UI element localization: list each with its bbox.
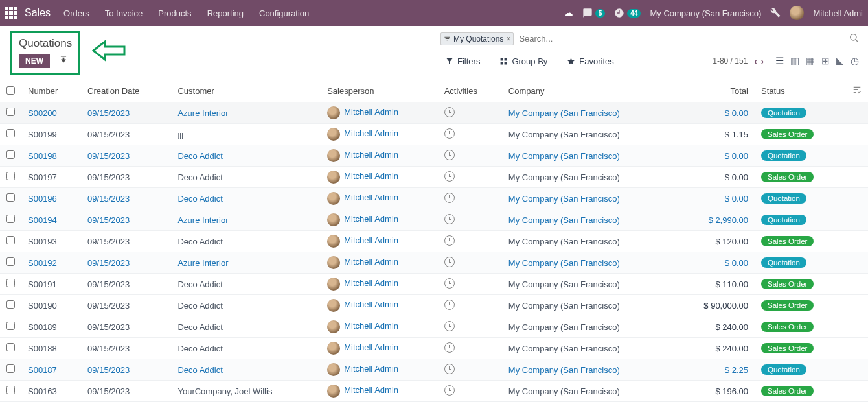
row-customer[interactable]: Deco Addict bbox=[177, 237, 222, 246]
row-company[interactable]: My Company (San Francisco) bbox=[508, 258, 620, 268]
table-row[interactable]: S00198 09/15/2023 Deco Addict Mitchell A… bbox=[0, 145, 868, 167]
row-salesperson[interactable]: Mitchell Admin bbox=[344, 128, 398, 138]
row-company[interactable]: My Company (San Francisco) bbox=[508, 279, 620, 289]
view-activity-icon[interactable]: ◷ bbox=[851, 55, 859, 67]
col-activities[interactable]: Activities bbox=[438, 80, 502, 102]
row-date[interactable]: 09/15/2023 bbox=[87, 344, 130, 353]
row-number[interactable]: S00192 bbox=[28, 258, 57, 268]
filter-chip[interactable]: My Quotations × bbox=[440, 32, 514, 45]
filters-button[interactable]: Filters bbox=[446, 56, 480, 66]
col-status[interactable]: Status bbox=[755, 80, 846, 102]
row-checkbox[interactable] bbox=[6, 172, 15, 180]
clock-icon[interactable] bbox=[444, 364, 455, 374]
row-number[interactable]: S00200 bbox=[28, 108, 57, 118]
table-row[interactable]: S00197 09/15/2023 Deco Addict Mitchell A… bbox=[0, 167, 868, 188]
row-number[interactable]: S00187 bbox=[28, 365, 57, 375]
col-number[interactable]: Number bbox=[21, 80, 81, 102]
row-number[interactable]: S00190 bbox=[28, 301, 57, 311]
row-customer[interactable]: Deco Addict bbox=[177, 365, 222, 375]
row-salesperson[interactable]: Mitchell Admin bbox=[344, 235, 398, 245]
row-company[interactable]: My Company (San Francisco) bbox=[508, 237, 620, 246]
row-checkbox[interactable] bbox=[6, 300, 15, 309]
row-date[interactable]: 09/15/2023 bbox=[87, 108, 130, 118]
row-date[interactable]: 09/15/2023 bbox=[87, 151, 130, 161]
row-number[interactable]: S00194 bbox=[28, 215, 57, 225]
col-customer[interactable]: Customer bbox=[171, 80, 321, 102]
row-checkbox[interactable] bbox=[6, 257, 15, 266]
support-icon[interactable]: ☁ bbox=[564, 7, 573, 19]
table-row[interactable]: S00190 09/15/2023 Deco Addict Mitchell A… bbox=[0, 295, 868, 316]
pager-text[interactable]: 1-80 / 151 bbox=[713, 56, 748, 65]
view-graph-icon[interactable]: ◣ bbox=[836, 55, 844, 67]
nav-configuration[interactable]: Configuration bbox=[259, 8, 309, 18]
row-salesperson[interactable]: Mitchell Admin bbox=[344, 385, 398, 395]
row-checkbox[interactable] bbox=[6, 108, 15, 116]
clock-icon[interactable] bbox=[444, 235, 455, 246]
row-salesperson[interactable]: Mitchell Admin bbox=[344, 107, 398, 117]
table-row[interactable]: S00163 09/15/2023 YourCompany, Joel Will… bbox=[0, 381, 868, 402]
pager-next[interactable]: › bbox=[761, 56, 764, 66]
clock-icon[interactable] bbox=[444, 342, 455, 353]
row-number[interactable]: S00199 bbox=[28, 130, 57, 139]
user-avatar[interactable] bbox=[790, 6, 804, 20]
row-date[interactable]: 09/15/2023 bbox=[87, 130, 130, 139]
nav-to-invoice[interactable]: To Invoice bbox=[105, 8, 143, 18]
row-date[interactable]: 09/15/2023 bbox=[87, 258, 130, 268]
clock-icon[interactable] bbox=[444, 257, 455, 267]
table-row[interactable]: S00192 09/15/2023 Azure Interior Mitchel… bbox=[0, 252, 868, 274]
row-company[interactable]: My Company (San Francisco) bbox=[508, 386, 620, 396]
row-company[interactable]: My Company (San Francisco) bbox=[508, 365, 620, 375]
user-name[interactable]: Mitchell Admi bbox=[813, 8, 863, 18]
table-row[interactable]: S00188 09/15/2023 Deco Addict Mitchell A… bbox=[0, 338, 868, 359]
apps-icon[interactable] bbox=[5, 7, 17, 19]
clock-icon[interactable] bbox=[444, 214, 455, 224]
row-checkbox[interactable] bbox=[6, 215, 15, 223]
row-number[interactable]: S00197 bbox=[28, 172, 57, 182]
row-number[interactable]: S00163 bbox=[28, 386, 57, 396]
row-company[interactable]: My Company (San Francisco) bbox=[508, 322, 620, 332]
row-customer[interactable]: jjj bbox=[177, 130, 183, 139]
row-checkbox[interactable] bbox=[6, 150, 15, 159]
view-calendar-icon[interactable]: ▦ bbox=[806, 55, 815, 67]
clock-icon[interactable] bbox=[444, 128, 455, 139]
row-date[interactable]: 09/15/2023 bbox=[87, 386, 130, 396]
clock-icon[interactable] bbox=[444, 278, 455, 289]
groupby-button[interactable]: Group By bbox=[499, 56, 547, 66]
row-date[interactable]: 09/15/2023 bbox=[87, 365, 130, 375]
row-date[interactable]: 09/15/2023 bbox=[87, 279, 130, 289]
row-customer[interactable]: Azure Interior bbox=[177, 215, 228, 225]
download-icon[interactable] bbox=[59, 56, 68, 65]
row-salesperson[interactable]: Mitchell Admin bbox=[344, 321, 398, 331]
row-checkbox[interactable] bbox=[6, 236, 15, 244]
row-number[interactable]: S00191 bbox=[28, 279, 57, 289]
row-salesperson[interactable]: Mitchell Admin bbox=[344, 214, 398, 224]
row-salesperson[interactable]: Mitchell Admin bbox=[344, 364, 398, 374]
row-customer[interactable]: Deco Addict bbox=[177, 194, 222, 204]
row-checkbox[interactable] bbox=[6, 386, 15, 394]
row-customer[interactable]: Azure Interior bbox=[177, 258, 228, 268]
row-number[interactable]: S00188 bbox=[28, 344, 57, 353]
row-date[interactable]: 09/15/2023 bbox=[87, 237, 130, 246]
clock-icon[interactable] bbox=[444, 150, 455, 160]
row-salesperson[interactable]: Mitchell Admin bbox=[344, 278, 398, 288]
filter-chip-close[interactable]: × bbox=[506, 34, 510, 43]
search-icon[interactable] bbox=[849, 32, 859, 45]
row-date[interactable]: 09/15/2023 bbox=[87, 301, 130, 311]
row-salesperson[interactable]: Mitchell Admin bbox=[344, 300, 398, 309]
col-total[interactable]: Total bbox=[675, 80, 755, 102]
row-customer[interactable]: Deco Addict bbox=[177, 322, 222, 332]
row-checkbox[interactable] bbox=[6, 322, 15, 330]
clock-icon[interactable] bbox=[444, 385, 455, 396]
view-kanban-icon[interactable]: ▥ bbox=[790, 55, 799, 67]
row-number[interactable]: S00198 bbox=[28, 151, 57, 161]
table-row[interactable]: S00187 09/15/2023 Deco Addict Mitchell A… bbox=[0, 359, 868, 381]
pager-prev[interactable]: ‹ bbox=[754, 56, 757, 66]
col-options-icon[interactable] bbox=[846, 80, 868, 102]
table-row[interactable]: S00199 09/15/2023 jjj Mitchell Admin My … bbox=[0, 124, 868, 145]
table-row[interactable]: S00194 09/15/2023 Azure Interior Mitchel… bbox=[0, 209, 868, 231]
row-salesperson[interactable]: Mitchell Admin bbox=[344, 342, 398, 352]
activities-icon[interactable]: 44 bbox=[614, 8, 641, 18]
table-row[interactable]: S00189 09/15/2023 Deco Addict Mitchell A… bbox=[0, 316, 868, 338]
company-selector[interactable]: My Company (San Francisco) bbox=[650, 8, 761, 18]
row-company[interactable]: My Company (San Francisco) bbox=[508, 172, 620, 182]
